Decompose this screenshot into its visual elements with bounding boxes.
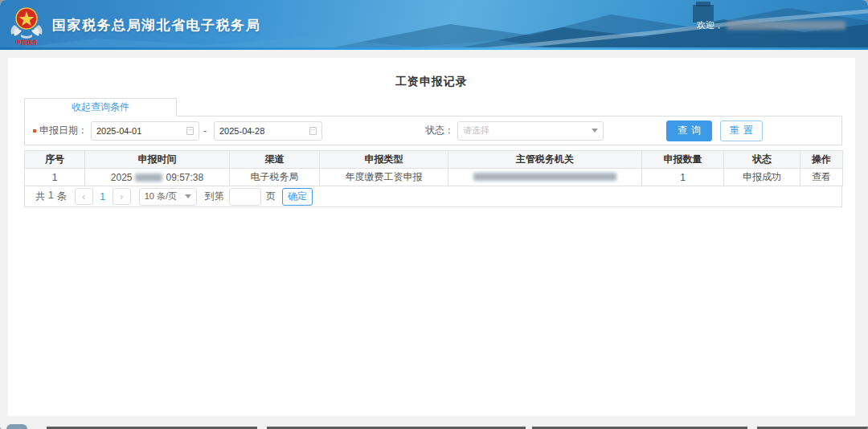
date-to-field[interactable]	[214, 121, 322, 141]
query-button[interactable]: 查询	[666, 121, 712, 141]
brand: 中国税务 国家税务总局湖北省电子税务局	[8, 4, 260, 46]
app-title: 国家税务总局湖北省电子税务局	[52, 16, 260, 35]
prev-page-button[interactable]: ‹	[75, 188, 93, 205]
browser-window: 中国税务 国家税务总局湖北省电子税务局 欢迎， 工资申报记录 收起查询条件 申报…	[0, 0, 868, 429]
goto-confirm-button[interactable]: 确定	[282, 188, 313, 206]
reset-button[interactable]: 重置	[720, 121, 763, 141]
goto-page-label: 到第	[205, 190, 224, 203]
date-to-input[interactable]	[219, 126, 300, 136]
cell-declare-type: 年度缴费工资申报	[320, 169, 448, 186]
status-select[interactable]: 请选择	[457, 121, 604, 141]
app-header: 中国税务 国家税务总局湖北省电子税务局 欢迎，	[0, 0, 868, 50]
status-label: 状态：	[425, 124, 454, 137]
redacted-date	[135, 174, 162, 182]
pagination-bar: 共 1 条 ‹ 1 › 10 条/页 到第 页 确定	[24, 186, 842, 207]
chevron-down-icon	[592, 129, 598, 133]
cell-declare-time: 2025 09:57:38	[85, 169, 230, 186]
date-from-field[interactable]	[91, 121, 199, 141]
calendar-icon[interactable]	[309, 127, 317, 135]
redacted-authority	[473, 173, 616, 181]
total-prefix: 共	[35, 190, 45, 203]
cell-seq: 1	[25, 169, 85, 186]
taskbar-sliver	[0, 424, 868, 429]
taskbar-bump	[6, 424, 27, 429]
table-row: 1 2025 09:57:38 电子税务局 年度缴费工资申报	[25, 169, 843, 186]
calendar-icon[interactable]	[186, 127, 194, 135]
col-declare-count: 申报数量	[642, 151, 724, 169]
cell-channel: 电子税务局	[230, 169, 320, 186]
cell-declare-count: 1	[642, 169, 724, 186]
header-bottom-accent	[0, 47, 868, 50]
tax-bureau-emblem-icon: 中国税务	[8, 4, 45, 46]
time-year: 2025	[111, 172, 133, 183]
page-size-select[interactable]: 10 条/页	[139, 188, 197, 206]
total-count-text: 共 1 条	[35, 190, 67, 203]
welcome-label: 欢迎，	[697, 19, 723, 31]
declare-date-label: 申报日期：	[39, 124, 88, 137]
total-count: 1	[48, 190, 54, 203]
col-tax-authority: 主管税务机关	[448, 151, 642, 169]
col-status: 状态	[724, 151, 800, 169]
required-marker	[33, 129, 36, 133]
col-action: 操作	[800, 151, 843, 169]
chevron-down-icon	[185, 194, 191, 198]
view-link[interactable]: 查看	[800, 169, 843, 186]
page-number-1[interactable]: 1	[93, 191, 113, 202]
next-page-button[interactable]: ›	[113, 188, 131, 205]
status-badge: 申报成功	[724, 169, 800, 186]
collapse-query-conditions-tab[interactable]: 收起查询条件	[24, 98, 177, 116]
declaration-records-table: 序号 申报时间 渠道 申报类型 主管税务机关 申报数量 状态 操作 1	[24, 150, 843, 186]
date-from-input[interactable]	[96, 126, 177, 136]
col-channel: 渠道	[230, 151, 320, 169]
cell-tax-authority	[448, 169, 642, 186]
goto-page-unit: 页	[266, 190, 276, 203]
time-clock: 09:57:38	[166, 172, 203, 183]
col-declare-time: 申报时间	[85, 151, 230, 169]
page-body: 工资申报记录 收起查询条件 申报日期： -	[0, 50, 868, 429]
query-conditions-panel: 申报日期： - 状态： 请选择 查询	[24, 116, 842, 145]
main-panel: 工资申报记录 收起查询条件 申报日期： -	[8, 58, 855, 416]
svg-text:中国税务: 中国税务	[15, 39, 38, 46]
col-seq: 序号	[25, 151, 85, 169]
status-placeholder: 请选择	[463, 125, 489, 137]
query-tab-row: 收起查询条件	[24, 98, 842, 116]
total-suffix: 条	[57, 190, 67, 203]
date-range-separator: -	[203, 125, 207, 137]
col-declare-type: 申报类型	[320, 151, 448, 169]
redacted-taxpayer-name	[727, 21, 845, 30]
welcome-bar: 欢迎，	[697, 19, 845, 31]
table-header-row: 序号 申报时间 渠道 申报类型 主管税务机关 申报数量 状态 操作	[25, 151, 843, 169]
page-title: 工资申报记录	[8, 58, 855, 91]
goto-page-input[interactable]	[229, 188, 261, 206]
content-area: 收起查询条件 申报日期： - 状态：	[8, 98, 855, 207]
page-size-value: 10 条/页	[145, 190, 177, 202]
